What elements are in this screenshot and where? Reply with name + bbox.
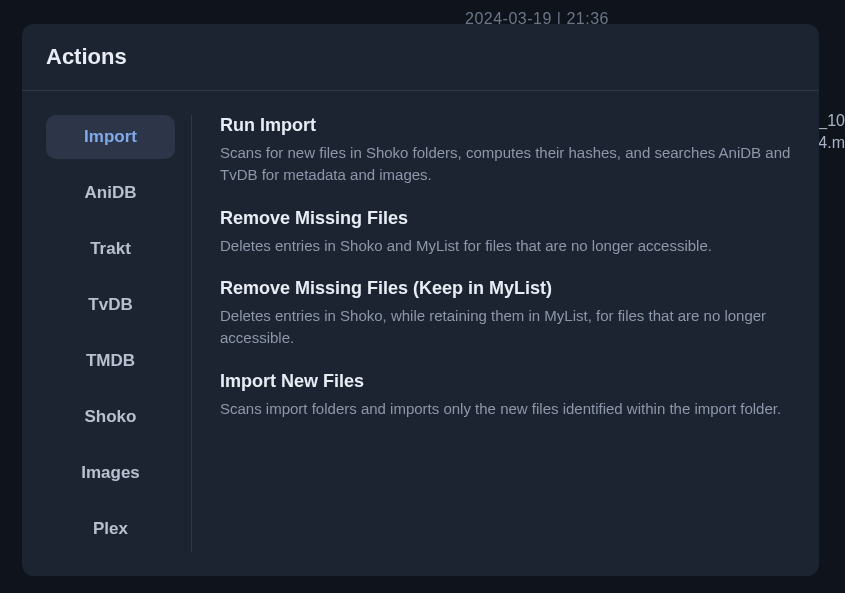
action-title: Import New Files bbox=[220, 371, 795, 392]
sidebar-tab-tmdb[interactable]: TMDB bbox=[46, 339, 175, 383]
background-filename-line1: _10 bbox=[818, 112, 845, 129]
actions-content: Run Import Scans for new files in Shoko … bbox=[192, 115, 795, 552]
sidebar-tab-tvdb[interactable]: TvDB bbox=[46, 283, 175, 327]
sidebar-tab-anidb[interactable]: AniDB bbox=[46, 171, 175, 215]
sidebar: Import AniDB Trakt TvDB TMDB Shoko Image… bbox=[46, 115, 192, 552]
background-filename: _10 4.m bbox=[818, 110, 845, 155]
sidebar-tab-trakt[interactable]: Trakt bbox=[46, 227, 175, 271]
action-description: Scans import folders and imports only th… bbox=[220, 398, 795, 420]
action-remove-missing-files[interactable]: Remove Missing Files Deletes entries in … bbox=[220, 208, 795, 257]
background-filename-line2: 4.m bbox=[818, 134, 845, 151]
sidebar-tab-import[interactable]: Import bbox=[46, 115, 175, 159]
action-description: Deletes entries in Shoko and MyList for … bbox=[220, 235, 795, 257]
action-title: Run Import bbox=[220, 115, 795, 136]
action-remove-missing-files-keep-mylist[interactable]: Remove Missing Files (Keep in MyList) De… bbox=[220, 278, 795, 349]
sidebar-tab-shoko[interactable]: Shoko bbox=[46, 395, 175, 439]
action-description: Scans for new files in Shoko folders, co… bbox=[220, 142, 795, 186]
modal-title: Actions bbox=[46, 44, 795, 70]
actions-modal: Actions Import AniDB Trakt TvDB TMDB Sho… bbox=[22, 24, 819, 576]
modal-body: Import AniDB Trakt TvDB TMDB Shoko Image… bbox=[22, 91, 819, 576]
sidebar-tab-plex[interactable]: Plex bbox=[46, 507, 175, 551]
action-title: Remove Missing Files bbox=[220, 208, 795, 229]
action-description: Deletes entries in Shoko, while retainin… bbox=[220, 305, 795, 349]
action-run-import[interactable]: Run Import Scans for new files in Shoko … bbox=[220, 115, 795, 186]
sidebar-tab-images[interactable]: Images bbox=[46, 451, 175, 495]
modal-header: Actions bbox=[22, 24, 819, 91]
action-import-new-files[interactable]: Import New Files Scans import folders an… bbox=[220, 371, 795, 420]
action-title: Remove Missing Files (Keep in MyList) bbox=[220, 278, 795, 299]
